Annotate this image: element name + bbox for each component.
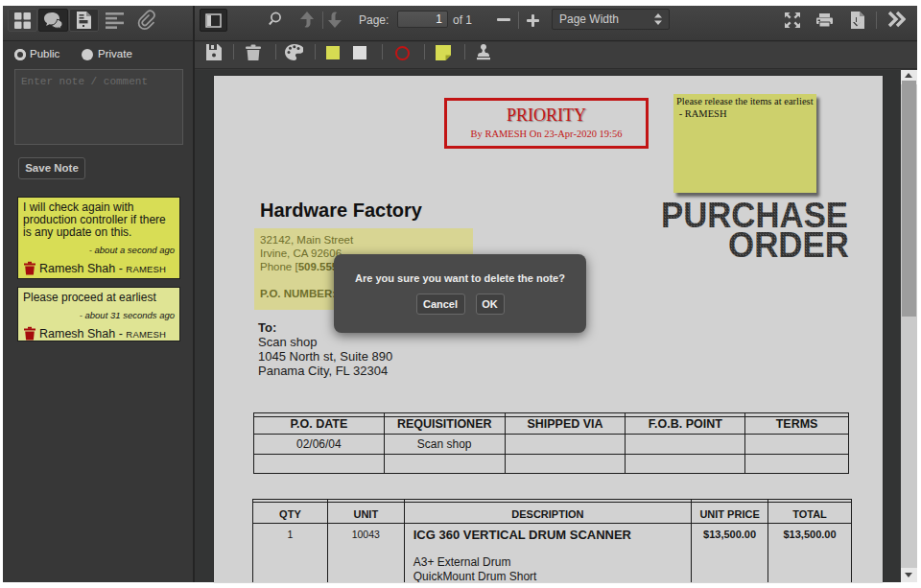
svg-text:ORDER: ORDER xyxy=(728,225,849,264)
